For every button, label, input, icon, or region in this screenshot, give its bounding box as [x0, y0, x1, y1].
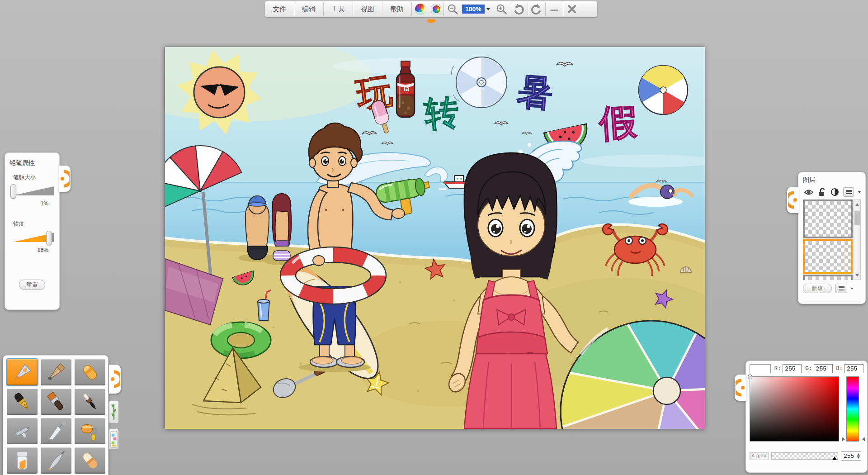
pencil-panel-collapse-tab[interactable] [59, 166, 71, 192]
rainbow-ring-icon [431, 4, 442, 15]
tool-pencil[interactable] [7, 359, 38, 385]
red-input[interactable] [783, 364, 802, 373]
visibility-eye-icon[interactable] [804, 188, 814, 196]
main-toolbar: 文件 编辑 工具 视图 帮助 100% [264, 1, 597, 17]
blue-input[interactable] [844, 364, 863, 373]
tools-panel-collapse-tab[interactable] [109, 365, 121, 394]
layer-options-button[interactable] [835, 284, 847, 293]
fountain-pen-icon [11, 391, 33, 412]
paint-roller-icon [79, 421, 101, 442]
layers-panel-collapse-tab[interactable] [787, 187, 799, 213]
zoom-out-button[interactable] [444, 1, 461, 17]
title-char-2: 转 [422, 92, 460, 133]
tool-fountain-pen[interactable] [7, 389, 38, 415]
orange-hook-icon [110, 369, 120, 389]
minimize-button[interactable] [546, 1, 563, 17]
red-label: R: [774, 366, 781, 372]
undo-button[interactable] [510, 1, 528, 17]
pattern-brush-button[interactable] [109, 429, 119, 450]
alpha-marker-icon[interactable] [832, 454, 837, 460]
scrollbar-track[interactable] [854, 207, 860, 273]
zoom-in-button[interactable] [493, 1, 510, 17]
color-panel-collapse-tab[interactable] [735, 375, 746, 401]
menu-file[interactable]: 文件 [265, 1, 294, 17]
softness-handle[interactable] [46, 231, 52, 245]
hue-marker-right-icon[interactable] [860, 437, 865, 442]
softness-slider[interactable] [10, 231, 54, 245]
layers-menu-button[interactable] [843, 187, 854, 197]
tool-ink-brush[interactable] [75, 389, 105, 415]
layer-thumbnail [805, 241, 851, 272]
paint-jar-icon [11, 450, 33, 471]
menu-tools[interactable]: 工具 [324, 1, 353, 17]
silverpoint-icon [45, 450, 67, 471]
eraser-icon [79, 450, 101, 471]
alpha-slider[interactable] [771, 452, 838, 460]
lock-open-icon[interactable] [818, 188, 826, 197]
layers-scrollbar[interactable] [854, 200, 861, 280]
brush-size-value: 1% [9, 200, 48, 207]
brush-size-handle[interactable] [10, 184, 16, 199]
spinner-up-icon[interactable] [857, 452, 860, 456]
layer-item-3[interactable] [803, 275, 853, 280]
softness-fill [13, 233, 48, 243]
arrow-up-icon [855, 201, 859, 206]
pencil-panel-title: 铅笔属性 [9, 159, 55, 167]
spinner-down-icon[interactable] [857, 456, 860, 460]
brush-tools-panel [3, 355, 108, 475]
tool-silverpoint[interactable] [41, 447, 71, 474]
tool-charcoal[interactable] [41, 359, 71, 385]
beach-painting: 玩 la 转 暑 [165, 47, 705, 429]
scrollbar-thumb[interactable] [854, 211, 860, 225]
zoom-out-icon [447, 3, 458, 15]
tool-paint-roller[interactable] [75, 418, 105, 444]
scroll-down-button[interactable] [854, 273, 860, 280]
layer-list [803, 200, 861, 280]
brush-size-slider[interactable] [10, 184, 54, 199]
hue-marker-left-icon[interactable] [842, 437, 847, 442]
tool-airbrush[interactable] [7, 418, 38, 444]
undo-icon [513, 3, 525, 15]
alpha-spinner[interactable]: 255 [841, 451, 861, 461]
hue-bar[interactable] [846, 376, 859, 442]
layer-options-caret-icon[interactable] [851, 288, 854, 291]
menu-edit[interactable]: 编辑 [294, 1, 323, 17]
layers-menu-caret-icon[interactable] [858, 191, 861, 195]
menu-view[interactable]: 视图 [353, 1, 382, 17]
color-position-marker[interactable] [748, 375, 752, 379]
zoom-dropdown-caret-icon[interactable] [486, 8, 490, 12]
tool-oil-brush[interactable] [41, 389, 71, 415]
menu-list-icon [839, 286, 844, 290]
brush-size-track [13, 186, 54, 197]
tool-paint-jar[interactable] [7, 447, 38, 474]
layer-item-2-selected[interactable] [803, 239, 853, 274]
new-layer-button[interactable]: 新建 [803, 284, 832, 293]
palette-knife-icon [45, 421, 67, 442]
menu-help[interactable]: 帮助 [382, 1, 411, 17]
softness-value: 86% [9, 247, 48, 253]
title-beach-ball [639, 66, 688, 114]
blue-label: B: [836, 366, 843, 372]
arrow-down-icon [855, 274, 859, 279]
saturation-value-square[interactable] [750, 376, 839, 442]
redo-button[interactable] [528, 1, 545, 17]
crayon-icon [79, 362, 101, 383]
tool-eraser[interactable] [75, 447, 105, 474]
plant-brush-button[interactable] [109, 401, 119, 423]
tool-crayon[interactable] [75, 359, 105, 385]
close-button[interactable] [563, 1, 580, 17]
blend-half-circle-icon[interactable] [830, 188, 839, 196]
current-color-swatch[interactable] [750, 364, 771, 373]
color-wheel-toggle-button[interactable] [412, 1, 429, 17]
zoom-level-value[interactable]: 100% [462, 5, 485, 14]
layers-panel: 图层 [798, 172, 866, 304]
ink-brush-icon [79, 391, 101, 412]
orange-hook-icon [788, 190, 798, 210]
reset-button[interactable]: 重置 [19, 280, 45, 290]
tool-palette-knife[interactable] [41, 418, 71, 444]
scroll-up-button[interactable] [854, 200, 860, 207]
drawing-canvas[interactable]: 玩 la 转 暑 [165, 47, 704, 428]
layer-item-1[interactable] [803, 200, 853, 238]
green-input[interactable] [814, 364, 833, 373]
swatch-wheel-toggle-button[interactable] [429, 1, 443, 17]
